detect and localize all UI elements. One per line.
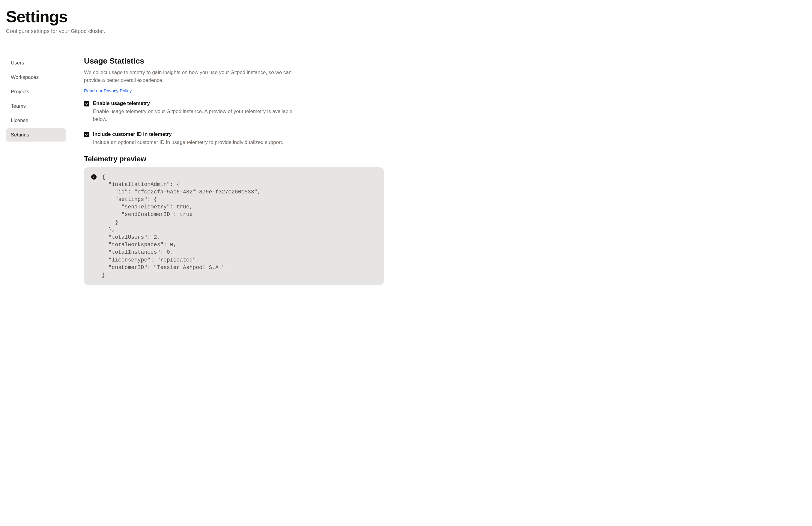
sidebar-item-settings[interactable]: Settings: [6, 128, 66, 142]
checkbox-label: Include customer ID in telemetry: [93, 131, 384, 137]
sidebar-item-label: Teams: [11, 103, 26, 109]
checkbox-enable-telemetry: Enable usage telemetry Enable usage tele…: [84, 101, 384, 123]
page-subtitle: Configure settings for your Gitpod clust…: [6, 28, 806, 34]
sidebar-item-workspaces[interactable]: Workspaces: [6, 71, 66, 84]
main-content: Usage Statistics We collect usage teleme…: [84, 56, 384, 285]
checkbox-label: Enable usage telemetry: [93, 101, 384, 106]
check-icon: [85, 133, 88, 136]
sidebar-item-label: Workspaces: [11, 74, 39, 80]
checkbox-input-include-customer-id[interactable]: [84, 132, 89, 137]
checkbox-description: Enable usage telemetry on your Gitpod in…: [93, 108, 303, 123]
checkbox-description: Include an optional customer ID in usage…: [93, 138, 303, 146]
checkbox-include-customer-id: Include customer ID in telemetry Include…: [84, 131, 384, 146]
check-icon: [85, 102, 88, 105]
section-title-usage-statistics: Usage Statistics: [84, 56, 384, 66]
sidebar-item-label: Settings: [11, 132, 29, 138]
sidebar-item-label: Projects: [11, 89, 29, 94]
telemetry-preview-title: Telemetry preview: [84, 155, 384, 163]
sidebar-item-label: License: [11, 118, 28, 123]
sidebar: Users Workspaces Projects Teams License …: [6, 56, 66, 285]
sidebar-item-projects[interactable]: Projects: [6, 85, 66, 98]
privacy-policy-link[interactable]: Read our Privacy Policy: [84, 88, 132, 93]
section-description: We collect usage telemetry to gain insig…: [84, 69, 294, 84]
checkbox-input-enable-telemetry[interactable]: [84, 101, 89, 106]
page-title: Settings: [6, 7, 806, 26]
page-header: Settings Configure settings for your Git…: [0, 0, 812, 44]
telemetry-preview-block: i { "installationAdmin": { "id": "cfcc2c…: [84, 167, 384, 285]
telemetry-preview-code: { "installationAdmin": { "id": "cfcc2cfa…: [102, 173, 261, 279]
info-icon: i: [91, 174, 97, 180]
sidebar-item-users[interactable]: Users: [6, 56, 66, 70]
sidebar-item-label: Users: [11, 60, 24, 66]
sidebar-item-teams[interactable]: Teams: [6, 100, 66, 113]
sidebar-item-license[interactable]: License: [6, 114, 66, 127]
